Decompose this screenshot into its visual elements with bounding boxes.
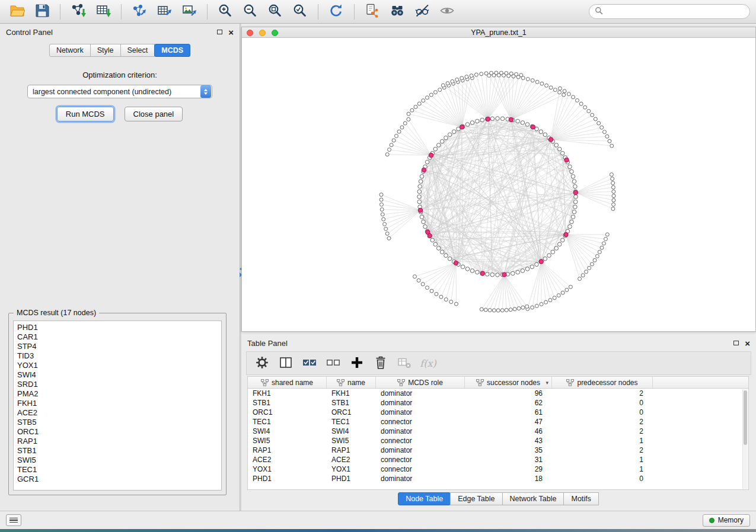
add-column-button[interactable] <box>346 354 368 373</box>
result-node-item[interactable]: TID3 <box>17 351 218 361</box>
import-network-button[interactable] <box>67 2 90 21</box>
import-table-button[interactable] <box>92 2 114 21</box>
tab-select[interactable]: Select <box>120 44 155 57</box>
close-panel-button[interactable]: Close panel <box>125 107 183 121</box>
network-window-titlebar[interactable]: YPA_prune.txt_1 <box>242 27 755 38</box>
table-row[interactable]: ORC1ORC1dominator610 <box>248 408 748 417</box>
memory-button[interactable]: Memory <box>703 514 750 527</box>
window-maximize-icon[interactable] <box>272 30 278 36</box>
show-graphics-details-button[interactable] <box>436 2 458 21</box>
zoom-fit-button[interactable] <box>264 2 286 21</box>
cell-shared-name: PHD1 <box>248 474 327 483</box>
cell-predecessor-nodes: 2 <box>552 427 653 436</box>
table-row[interactable]: ACE2ACE2connector311 <box>248 455 748 464</box>
optimization-criterion-label: Optimization criterion: <box>5 70 235 79</box>
criterion-select[interactable]: largest connected component (undirected) <box>27 85 212 98</box>
tab-motifs[interactable]: Motifs <box>563 492 598 505</box>
save-session-button[interactable] <box>31 2 53 21</box>
split-panel-button[interactable] <box>275 354 296 373</box>
result-node-item[interactable]: GCR1 <box>17 475 218 484</box>
table-row[interactable]: FKH1FKH1dominator962 <box>248 389 748 398</box>
column-header-successor-nodes[interactable]: successor nodes▾ <box>465 377 552 388</box>
close-table-panel-icon[interactable]: × <box>745 339 750 348</box>
cell-successor-nodes: 62 <box>465 398 552 408</box>
select-all-rows-button[interactable] <box>299 354 320 373</box>
export-network-button[interactable] <box>128 2 151 21</box>
delete-column-button[interactable] <box>370 354 391 373</box>
result-node-item[interactable]: ACE2 <box>17 408 218 418</box>
refresh-button[interactable] <box>325 2 347 21</box>
scrollbar-thumb[interactable] <box>744 390 747 445</box>
tab-edge-table[interactable]: Edge Table <box>450 492 502 505</box>
result-node-item[interactable]: SWI4 <box>17 370 218 380</box>
result-node-item[interactable]: SWI5 <box>17 456 218 465</box>
cell-MCDS-role: dominator <box>376 398 465 408</box>
zoom-in-button[interactable] <box>214 2 237 21</box>
table-tabs: Node TableEdge TableNetwork TableMotifs <box>241 492 756 505</box>
zoom-selected-button[interactable] <box>289 2 311 21</box>
deselect-all-rows-button[interactable] <box>323 354 344 373</box>
table-row[interactable]: SWI5SWI5connector431 <box>248 436 748 446</box>
tab-network-table[interactable]: Network Table <box>502 492 564 505</box>
toolbar-separator <box>354 4 355 20</box>
sort-caret-icon[interactable]: ▾ <box>546 380 548 386</box>
tab-network[interactable]: Network <box>49 44 91 57</box>
hide-graphics-details-button[interactable] <box>411 2 433 21</box>
result-node-item[interactable]: PHD1 <box>17 323 218 332</box>
tab-style[interactable]: Style <box>90 44 121 57</box>
result-node-item[interactable]: SRD1 <box>17 380 218 389</box>
export-table-button[interactable] <box>153 2 176 21</box>
column-header-MCDS-role[interactable]: MCDS role <box>376 377 465 388</box>
table-settings-button[interactable] <box>251 354 273 373</box>
status-bar: Memory <box>0 511 756 529</box>
table-row[interactable]: RAP1RAP1dominator352 <box>248 446 748 455</box>
float-panel-icon[interactable] <box>217 30 222 34</box>
column-header-name[interactable]: name <box>327 377 376 388</box>
close-panel-icon[interactable]: × <box>228 28 234 37</box>
result-node-item[interactable]: CAR1 <box>17 332 218 342</box>
result-node-item[interactable]: STB1 <box>17 446 218 456</box>
task-history-button[interactable] <box>6 514 21 526</box>
cell-name: SWI4 <box>327 427 376 436</box>
table-row[interactable]: YOX1YOX1connector291 <box>248 464 748 474</box>
split-panel-icon <box>278 355 294 372</box>
binoculars-icon <box>390 3 405 20</box>
cell-shared-name: STB1 <box>248 398 327 408</box>
column-header-shared-name[interactable]: shared name <box>248 377 327 388</box>
result-node-item[interactable]: RAP1 <box>17 437 218 446</box>
cell-successor-nodes: 31 <box>465 455 552 464</box>
search-input[interactable] <box>606 8 744 16</box>
result-node-item[interactable]: STP4 <box>17 342 218 351</box>
table-scrollbar[interactable] <box>742 389 748 489</box>
result-node-item[interactable]: FKH1 <box>17 399 218 408</box>
tab-mcds[interactable]: MCDS <box>154 44 190 57</box>
open-file-button[interactable] <box>6 2 28 21</box>
float-table-panel-icon[interactable] <box>733 341 739 345</box>
table-row[interactable]: TEC1TEC1connector472 <box>248 417 748 427</box>
window-close-icon[interactable] <box>247 30 253 36</box>
table-row[interactable]: SWI4SWI4dominator462 <box>248 427 748 436</box>
result-node-item[interactable]: YOX1 <box>17 361 218 370</box>
mcds-result-list: PHD1CAR1STP4TID3YOX1SWI4SRD1PMA2FKH1ACE2… <box>13 321 222 491</box>
network-canvas[interactable] <box>242 38 755 331</box>
mcds-tab-content: Optimization criterion: largest connecte… <box>5 60 235 506</box>
result-node-item[interactable]: TEC1 <box>17 465 218 475</box>
search-neighbors-button[interactable] <box>386 2 409 21</box>
share-document-button[interactable] <box>361 2 384 21</box>
result-node-item[interactable]: PMA2 <box>17 389 218 399</box>
cell-name: PHD1 <box>327 474 376 483</box>
export-image-button[interactable] <box>178 2 200 21</box>
function-builder-button[interactable]: f(x) <box>417 354 439 373</box>
result-node-item[interactable]: STB5 <box>17 418 218 427</box>
clear-table-button[interactable] <box>394 354 415 373</box>
refresh-icon <box>328 3 344 20</box>
tab-node-table[interactable]: Node Table <box>398 492 451 505</box>
column-header-predecessor-nodes[interactable]: predecessor nodes <box>552 377 653 388</box>
result-node-item[interactable]: ORC1 <box>17 427 218 437</box>
window-minimize-icon[interactable] <box>259 30 266 36</box>
table-row[interactable]: STB1STB1dominator620 <box>248 398 748 408</box>
cell-name: ACE2 <box>327 455 376 464</box>
table-row[interactable]: PHD1PHD1dominator180 <box>248 474 748 483</box>
zoom-out-button[interactable] <box>239 2 261 21</box>
run-mcds-button[interactable]: Run MCDS <box>57 107 114 121</box>
